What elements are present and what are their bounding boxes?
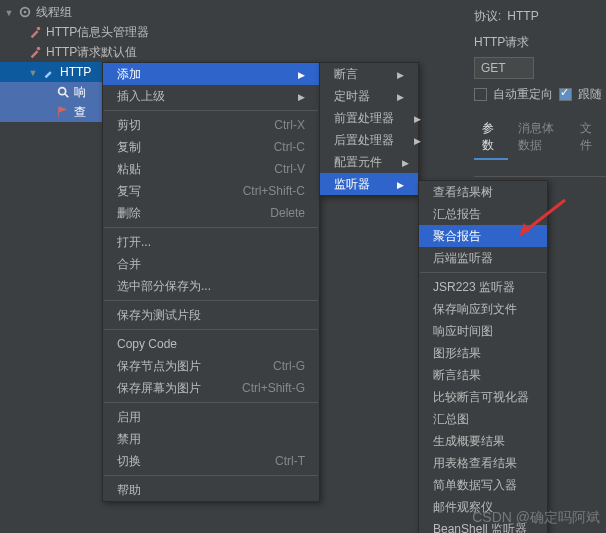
submenu-arrow-icon: [377, 89, 404, 103]
shortcut: Ctrl-T: [275, 454, 305, 468]
caret-icon[interactable]: [28, 65, 38, 79]
auto-redirect-checkbox[interactable]: [474, 88, 487, 101]
menu-item[interactable]: 保存响应到文件: [419, 298, 547, 320]
menu-separator: [104, 300, 318, 301]
menu-item[interactable]: 复制Ctrl-C: [103, 136, 319, 158]
menu-item[interactable]: 保存节点为图片Ctrl-G: [103, 355, 319, 377]
menu-item[interactable]: 删除Delete: [103, 202, 319, 224]
menu-separator: [420, 272, 546, 273]
menu-item-label: 复制: [117, 139, 141, 156]
menu-item[interactable]: 剪切Ctrl-X: [103, 114, 319, 136]
menu-item-label: 粘贴: [117, 161, 141, 178]
menu-item[interactable]: JSR223 监听器: [419, 276, 547, 298]
menu-item[interactable]: Copy Code: [103, 333, 319, 355]
menu-item-label: Copy Code: [117, 337, 177, 351]
menu-item[interactable]: 汇总报告: [419, 203, 547, 225]
tree-root[interactable]: 线程组: [0, 2, 200, 22]
menu-item-label: 保存为测试片段: [117, 307, 201, 324]
menu-item-label: 切换: [117, 453, 141, 470]
menu-item[interactable]: 粘贴Ctrl-V: [103, 158, 319, 180]
menu-item[interactable]: 切换Ctrl-T: [103, 450, 319, 472]
menu-item-label: 添加: [117, 66, 141, 83]
context-menu: 添加插入上级剪切Ctrl-X复制Ctrl-C粘贴Ctrl-V复写Ctrl+Shi…: [102, 62, 320, 502]
menu-item[interactable]: 简单数据写入器: [419, 474, 547, 496]
menu-item-label: 合并: [117, 256, 141, 273]
menu-item[interactable]: 用表格查看结果: [419, 452, 547, 474]
menu-separator: [104, 475, 318, 476]
submenu-listener: 查看结果树汇总报告聚合报告后端监听器JSR223 监听器保存响应到文件响应时间图…: [418, 180, 548, 533]
menu-item[interactable]: 保存为测试片段: [103, 304, 319, 326]
shortcut: Ctrl-C: [274, 140, 305, 154]
menu-item-label: 禁用: [117, 431, 141, 448]
shortcut: Ctrl-V: [274, 162, 305, 176]
shortcut: Delete: [270, 206, 305, 220]
menu-item[interactable]: 生成概要结果: [419, 430, 547, 452]
menu-item[interactable]: 前置处理器: [320, 107, 418, 129]
menu-item[interactable]: 插入上级: [103, 85, 319, 107]
protocol-value: HTTP: [507, 9, 538, 23]
menu-item[interactable]: 选中部分保存为...: [103, 275, 319, 297]
menu-item-label: 断言: [334, 66, 358, 83]
wrench-icon: [28, 45, 42, 59]
tree-label: HTTP: [60, 65, 91, 79]
menu-item[interactable]: 添加: [103, 63, 319, 85]
tree-label: HTTP信息头管理器: [46, 24, 149, 41]
menu-item[interactable]: 后端监听器: [419, 247, 547, 269]
menu-item[interactable]: 禁用: [103, 428, 319, 450]
menu-item-label: 打开...: [117, 234, 151, 251]
menu-item[interactable]: 合并: [103, 253, 319, 275]
menu-separator: [104, 110, 318, 111]
menu-item-label: 响应时间图: [433, 323, 493, 340]
menu-item-label: 后端监听器: [433, 250, 493, 267]
menu-item[interactable]: 监听器: [320, 173, 418, 195]
menu-item-label: 保存响应到文件: [433, 301, 517, 318]
menu-item-label: 保存屏幕为图片: [117, 380, 201, 397]
svg-point-2: [37, 27, 41, 31]
menu-item-label: 简单数据写入器: [433, 477, 517, 494]
menu-item-label: 用表格查看结果: [433, 455, 517, 472]
menu-item[interactable]: 保存屏幕为图片Ctrl+Shift-G: [103, 377, 319, 399]
menu-item[interactable]: 复写Ctrl+Shift-C: [103, 180, 319, 202]
tab-body[interactable]: 消息体数据: [510, 116, 570, 160]
menu-item-label: 生成概要结果: [433, 433, 505, 450]
menu-item-label: 汇总图: [433, 411, 469, 428]
menu-item[interactable]: 汇总图: [419, 408, 547, 430]
menu-item[interactable]: 配置元件: [320, 151, 418, 173]
follow-redirect-checkbox[interactable]: [559, 88, 572, 101]
menu-item[interactable]: 响应时间图: [419, 320, 547, 342]
method-combo[interactable]: GET: [474, 57, 534, 79]
menu-item[interactable]: 比较断言可视化器: [419, 386, 547, 408]
menu-item[interactable]: 后置处理器: [320, 129, 418, 151]
menu-item-label: 保存节点为图片: [117, 358, 201, 375]
menu-item[interactable]: 定时器: [320, 85, 418, 107]
menu-item-label: 图形结果: [433, 345, 481, 362]
menu-item[interactable]: 启用: [103, 406, 319, 428]
menu-item-label: 帮助: [117, 482, 141, 499]
menu-item-label: 定时器: [334, 88, 370, 105]
menu-item-label: 复写: [117, 183, 141, 200]
pipette-icon: [42, 65, 56, 79]
menu-item-label: 前置处理器: [334, 110, 394, 127]
menu-item-label: 插入上级: [117, 88, 165, 105]
menu-item[interactable]: 打开...: [103, 231, 319, 253]
menu-item[interactable]: 帮助: [103, 479, 319, 501]
menu-item[interactable]: 聚合报告: [419, 225, 547, 247]
menu-separator: [104, 402, 318, 403]
menu-item[interactable]: 图形结果: [419, 342, 547, 364]
submenu-arrow-icon: [382, 155, 409, 169]
menu-item[interactable]: 查看结果树: [419, 181, 547, 203]
caret-icon[interactable]: [4, 5, 14, 19]
tab-files[interactable]: 文件: [572, 116, 606, 160]
tab-params[interactable]: 参数: [474, 116, 508, 160]
submenu-arrow-icon: [394, 111, 421, 125]
protocol-label: 协议:: [474, 8, 501, 25]
submenu-arrow-icon: [377, 67, 404, 81]
follow-redirect-label: 跟随: [578, 86, 602, 103]
shortcut: Ctrl+Shift-G: [242, 381, 305, 395]
tree-label: 响: [74, 84, 86, 101]
tree-item[interactable]: HTTP信息头管理器: [0, 22, 200, 42]
menu-item-label: 删除: [117, 205, 141, 222]
tree-item[interactable]: HTTP请求默认值: [0, 42, 200, 62]
menu-item[interactable]: 断言: [320, 63, 418, 85]
menu-item[interactable]: 断言结果: [419, 364, 547, 386]
